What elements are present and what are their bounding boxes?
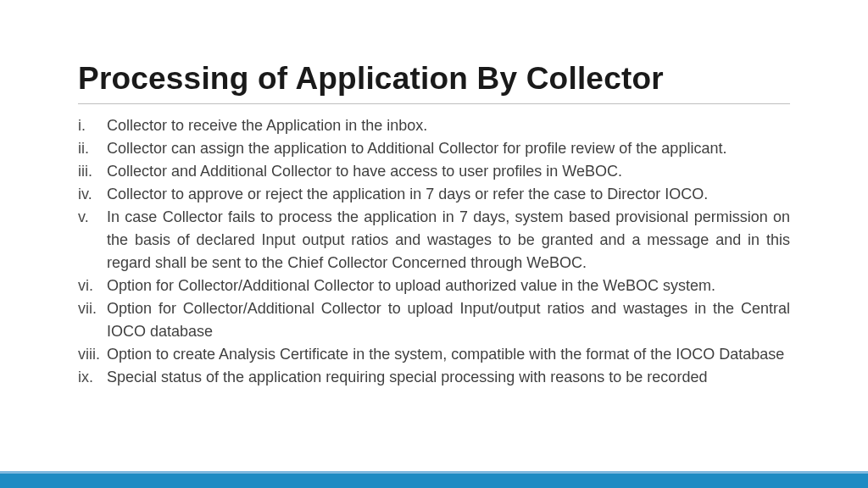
list-marker: ii. bbox=[78, 137, 107, 160]
list-item: i.Collector to receive the Application i… bbox=[78, 114, 790, 137]
list-item-text: Collector to approve or reject the appli… bbox=[107, 183, 790, 206]
ordered-list: i.Collector to receive the Application i… bbox=[78, 114, 790, 389]
list-item-text: Collector and Additional Collector to ha… bbox=[107, 160, 790, 183]
list-item: ix.Special status of the application req… bbox=[78, 366, 790, 389]
list-item: iv.Collector to approve or reject the ap… bbox=[78, 183, 790, 206]
slide-title: Processing of Application By Collector bbox=[78, 61, 790, 104]
list-marker: vi. bbox=[78, 274, 107, 297]
decorative-bottom-bar bbox=[0, 471, 868, 488]
list-marker: ix. bbox=[78, 366, 107, 389]
list-item-text: Special status of the application requir… bbox=[107, 366, 790, 389]
list-marker: iv. bbox=[78, 183, 107, 206]
list-item-text: Option to create Analysis Certificate in… bbox=[107, 343, 790, 366]
list-marker: vii. bbox=[78, 297, 107, 320]
list-item-text: Collector can assign the application to … bbox=[107, 137, 790, 160]
list-marker: viii. bbox=[78, 343, 107, 366]
list-item: viii.Option to create Analysis Certifica… bbox=[78, 343, 790, 366]
list-item: vii.Option for Collector/Additional Coll… bbox=[78, 297, 790, 343]
list-marker: iii. bbox=[78, 160, 107, 183]
list-item-text: Collector to receive the Application in … bbox=[107, 114, 790, 137]
slide: Processing of Application By Collector i… bbox=[0, 0, 868, 488]
list-item: iii.Collector and Additional Collector t… bbox=[78, 160, 790, 183]
list-item: vi.Option for Collector/Additional Colle… bbox=[78, 274, 790, 297]
list-marker: i. bbox=[78, 114, 107, 137]
list-item: v.In case Collector fails to process the… bbox=[78, 206, 790, 274]
list-item-text: Option for Collector/Additional Collecto… bbox=[107, 297, 790, 343]
list-item-text: Option for Collector/Additional Collecto… bbox=[107, 274, 790, 297]
list-item-text: In case Collector fails to process the a… bbox=[107, 206, 790, 274]
list-marker: v. bbox=[78, 206, 107, 229]
list-item: ii.Collector can assign the application … bbox=[78, 137, 790, 160]
